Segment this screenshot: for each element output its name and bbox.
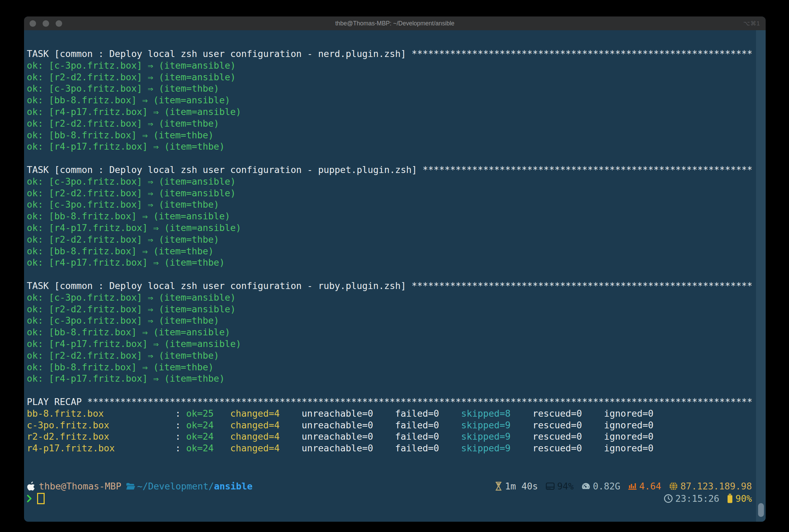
memory-value: 0.82G (593, 481, 620, 491)
terminal-text: ok: [bb-8.fritz.box] ⇒ (item=ansible) (27, 327, 230, 337)
scrollbar-track[interactable] (756, 30, 766, 522)
scrollbar-thumb[interactable] (758, 503, 764, 517)
ok-line: ok: [r2-d2.fritz.box] ⇒ (item=ansible) (27, 187, 756, 199)
terminal-text: ok: [r4-p17.fritz.box] ⇒ (item=thbe) (27, 141, 225, 152)
terminal-text: failed=0 (395, 443, 461, 453)
recap-row: c-3po.fritz.box : ok=24 changed=4 unreac… (27, 419, 756, 431)
terminal-output: TASK [common : Deploy local zsh user con… (24, 30, 756, 522)
status-right: 1m 40s 94% 0.82G 4.64 87.123.189.98 (494, 481, 752, 491)
blank-line (27, 384, 756, 396)
terminal-text: ok: [r4-p17.fritz.box] ⇒ (item=ansible) (27, 106, 241, 117)
terminal-text: changed=4 (230, 431, 301, 442)
ok-line: ok: [c-3po.fritz.box] ⇒ (item=ansible) (27, 60, 756, 71)
clock-battery-group: 23:15:26 90% (664, 493, 752, 504)
terminal-text: c-3po.fritz.box (27, 420, 170, 430)
terminal-text: rescued=0 (533, 408, 604, 419)
terminal-text: ok: [c-3po.fritz.box] ⇒ (item=thbe) (27, 315, 219, 326)
ok-line: ok: [bb-8.fritz.box] ⇒ (item=thbe) (27, 361, 756, 373)
ok-line: ok: [r4-p17.fritz.box] ⇒ (item=ansible) (27, 222, 756, 234)
terminal-text: TASK [common : Deploy local zsh user con… (27, 164, 752, 175)
terminal-text: ignored=0 (604, 431, 670, 442)
prompt-line[interactable]: 23:15:26 90% (27, 493, 752, 504)
prompt-chevron-icon (27, 495, 32, 502)
recap-row: bb-8.fritz.box : ok=25 changed=4 unreach… (27, 408, 756, 419)
title-bar[interactable]: thbe@Thomas-MBP: ~/Development/ansible ⌥… (24, 16, 766, 30)
terminal-text: failed=0 (395, 408, 461, 419)
blank-line (27, 152, 756, 164)
ok-line: ok: [r4-p17.fritz.box] ⇒ (item=thbe) (27, 373, 756, 384)
terminal-text: failed=0 (395, 420, 461, 430)
terminal-text: ok: [c-3po.fritz.box] ⇒ (item=thbe) (27, 199, 219, 210)
duration-value: 1m 40s (505, 481, 538, 491)
terminal-text: changed=4 (230, 420, 301, 430)
clock-value: 23:15:26 (675, 493, 719, 504)
ok-line: ok: [bb-8.fritz.box] ⇒ (item=ansible) (27, 94, 756, 106)
clock-indicator: 23:15:26 (664, 493, 719, 504)
cwd-path: ~/Development/ (137, 481, 214, 491)
terminal-text: ok: [c-3po.fritz.box] ⇒ (item=ansible) (27, 176, 236, 187)
battery-icon (727, 494, 733, 503)
apple-icon (27, 481, 35, 491)
ok-line: ok: [r4-p17.fritz.box] ⇒ (item=ansible) (27, 338, 756, 350)
terminal-text: TASK [common : Deploy local zsh user con… (27, 280, 752, 291)
user-host-label: thbe@Thomas-MBP (39, 481, 121, 491)
terminal-cursor (37, 493, 45, 504)
folder-icon (126, 482, 135, 490)
terminal-text: ok: [r2-d2.fritz.box] ⇒ (item=ansible) (27, 304, 236, 314)
public-ip-indicator: 87.123.189.98 (669, 481, 752, 491)
task-header-line: TASK [common : Deploy local zsh user con… (27, 164, 756, 176)
window-title: thbe@Thomas-MBP: ~/Development/ansible (24, 20, 766, 27)
gauge-icon (581, 482, 591, 490)
terminal-text: ignored=0 (604, 443, 670, 453)
load-value: 4.64 (639, 481, 661, 491)
terminal-text: unreachable=0 (302, 408, 395, 419)
terminal-text: ok=25 (186, 408, 230, 419)
terminal-text: ok: [bb-8.fritz.box] ⇒ (item=ansible) (27, 211, 230, 221)
terminal-text: TASK [common : Deploy local zsh user con… (27, 48, 752, 59)
duration-indicator: 1m 40s (494, 481, 538, 491)
ok-line: ok: [c-3po.fritz.box] ⇒ (item=thbe) (27, 315, 756, 326)
terminal-text: : (170, 431, 186, 442)
ok-line: ok: [c-3po.fritz.box] ⇒ (item=ansible) (27, 176, 756, 187)
terminal-text: bb-8.fritz.box (27, 408, 170, 419)
terminal-text: skipped=8 (461, 408, 533, 419)
terminal-text: : (170, 420, 186, 430)
tab-shortcut-label: ⌥⌘1 (743, 20, 760, 27)
task-header-line: TASK [common : Deploy local zsh user con… (27, 48, 756, 60)
terminal-text: ignored=0 (604, 408, 670, 419)
status-left: thbe@Thomas-MBP ~/Development/ansible (27, 481, 252, 491)
ok-line: ok: [bb-8.fritz.box] ⇒ (item=thbe) (27, 245, 756, 257)
terminal-text: ignored=0 (604, 420, 670, 430)
ok-line: ok: [c-3po.fritz.box] ⇒ (item=thbe) (27, 83, 756, 94)
terminal-text: : (170, 443, 186, 453)
status-line: thbe@Thomas-MBP ~/Development/ansible 1m… (27, 480, 752, 492)
ok-line: ok: [c-3po.fritz.box] ⇒ (item=thbe) (27, 199, 756, 210)
terminal-text: ok=24 (186, 420, 230, 430)
public-ip-value: 87.123.189.98 (681, 481, 752, 491)
clock-icon (664, 494, 673, 503)
terminal-text: rescued=0 (533, 431, 604, 442)
terminal-text: ok: [r4-p17.fritz.box] ⇒ (item=thbe) (27, 373, 225, 384)
disk-usage-indicator: 94% (546, 481, 574, 491)
terminal-text: unreachable=0 (302, 443, 395, 453)
terminal-text: changed=4 (230, 443, 301, 453)
terminal-text: failed=0 (395, 431, 461, 442)
ok-line: ok: [r2-d2.fritz.box] ⇒ (item=thbe) (27, 234, 756, 245)
ok-line: ok: [bb-8.fritz.box] ⇒ (item=ansible) (27, 210, 756, 222)
recap-row: r4-p17.fritz.box : ok=24 changed=4 unrea… (27, 442, 756, 454)
blank-line (27, 268, 756, 280)
terminal-text: ok: [bb-8.fritz.box] ⇒ (item=thbe) (27, 362, 214, 372)
recap-header-line: PLAY RECAP *****************************… (27, 396, 756, 408)
load-indicator: 4.64 (628, 481, 661, 491)
globe-icon (669, 482, 678, 491)
terminal-text: ok: [bb-8.fritz.box] ⇒ (item=thbe) (27, 246, 214, 256)
terminal-text: PLAY RECAP *****************************… (27, 396, 752, 407)
task-header-line: TASK [common : Deploy local zsh user con… (27, 280, 756, 292)
disk-usage-value: 94% (557, 481, 574, 491)
terminal-text: ok: [c-3po.fritz.box] ⇒ (item=thbe) (27, 83, 219, 94)
terminal-text: ok: [r4-p17.fritz.box] ⇒ (item=thbe) (27, 257, 225, 268)
ok-line: ok: [r4-p17.fritz.box] ⇒ (item=thbe) (27, 141, 756, 152)
terminal-text: unreachable=0 (302, 431, 395, 442)
terminal-text: ok: [r2-d2.fritz.box] ⇒ (item=thbe) (27, 350, 219, 361)
prompt-left (27, 493, 45, 504)
